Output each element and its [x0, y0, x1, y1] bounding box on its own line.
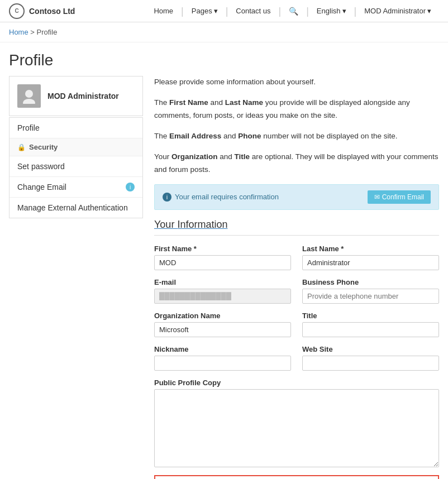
sidebar-set-password-label: Set password [17, 162, 65, 171]
sidebar-user-card: MOD Administrator [9, 76, 143, 116]
org-name-input[interactable] [154, 322, 291, 337]
nickname-website-row: Nickname Web Site [154, 345, 439, 371]
email-label: E-mail [154, 278, 291, 286]
alert-message: Your email requires confirmation [175, 193, 279, 201]
nav-user[interactable]: MOD Administrator ▾ [356, 7, 439, 15]
phone-emphasis: Phone [238, 132, 261, 140]
email-input[interactable] [154, 289, 291, 304]
last-name-emphasis: Last Name [225, 98, 263, 107]
sidebar-manage-ext-auth-label: Manage External Authentication [17, 203, 128, 212]
info-paragraph-3: The Email Address and Phone number will … [154, 130, 439, 143]
first-name-input[interactable] [154, 255, 291, 270]
sidebar-user-name: MOD Administrator [47, 92, 119, 100]
title-emphasis: Title [235, 152, 250, 161]
sidebar-item-change-email[interactable]: Change Email i [9, 177, 142, 198]
org-name-label: Organization Name [154, 312, 291, 320]
email-group: E-mail [154, 278, 291, 304]
language-chevron: ▾ [342, 7, 346, 15]
website-group: Web Site [302, 345, 439, 371]
title-input[interactable] [302, 322, 439, 337]
first-name-emphasis: First Name [169, 98, 208, 107]
sidebar-item-manage-ext-auth[interactable]: Manage External Authentication [9, 198, 142, 218]
profile-form: Your Information First Name * Last Name … [154, 219, 439, 479]
svg-point-0 [25, 90, 33, 98]
avatar-icon [17, 84, 41, 108]
preferred-language-section: Preferred Language ✕ 🔍 [154, 475, 439, 479]
change-email-info-icon: i [126, 183, 135, 191]
sidebar-security-label: Security [29, 143, 58, 151]
sidebar-menu: Profile 🔒 Security Set password Change E… [9, 117, 143, 218]
first-name-label: First Name * [154, 245, 291, 253]
title-group: Title [302, 312, 439, 337]
sidebar-item-profile[interactable]: Profile [9, 118, 142, 138]
nickname-label: Nickname [154, 345, 291, 353]
breadcrumb-home[interactable]: Home [9, 28, 28, 36]
user-chevron: ▾ [427, 7, 431, 15]
last-name-label: Last Name * [302, 245, 439, 253]
nav-contact[interactable]: Contact us [228, 7, 278, 15]
website-label: Web Site [302, 345, 439, 353]
org-emphasis: Organization [171, 152, 218, 161]
business-phone-input[interactable] [302, 289, 439, 304]
business-phone-label: Business Phone [302, 278, 439, 286]
email-confirmation-alert: i Your email requires confirmation ✉ Con… [154, 184, 439, 210]
sidebar-item-set-password[interactable]: Set password [9, 156, 142, 177]
org-name-group: Organization Name [154, 312, 291, 337]
nickname-group: Nickname [154, 345, 291, 371]
nav-pages[interactable]: Pages ▾ [184, 7, 226, 15]
page-title: Profile [0, 42, 448, 76]
nickname-input[interactable] [154, 356, 291, 371]
form-section-title-underline: Information [177, 219, 227, 230]
sidebar-change-email-label: Change Email [17, 183, 66, 191]
lock-icon: 🔒 [17, 143, 26, 151]
pages-chevron: ▾ [214, 7, 218, 15]
nav-home[interactable]: Home [146, 7, 181, 15]
svg-point-1 [23, 99, 35, 104]
first-name-group: First Name * [154, 245, 291, 270]
main-nav: Home | Pages ▾ | Contact us | 🔍 | Englis… [146, 6, 439, 16]
sidebar-profile-label: Profile [17, 123, 40, 132]
top-navigation: C Contoso Ltd Home | Pages ▾ | Contact u… [0, 0, 448, 22]
last-name-input[interactable] [302, 255, 439, 270]
confirm-email-button[interactable]: ✉ Confirm Email [368, 190, 431, 204]
search-button[interactable]: 🔍 [281, 7, 306, 16]
breadcrumb-separator: > [30, 28, 35, 36]
business-phone-group: Business Phone [302, 278, 439, 304]
email-phone-row: E-mail Business Phone [154, 278, 439, 304]
main-content: MOD Administrator Profile 🔒 Security Set… [0, 76, 448, 479]
logo-icon: C [9, 3, 25, 19]
last-name-group: Last Name * [302, 245, 439, 270]
org-title-row: Organization Name Title [154, 312, 439, 337]
title-label: Title [302, 312, 439, 320]
site-logo[interactable]: C Contoso Ltd [9, 3, 75, 19]
sidebar-section-security: 🔒 Security [9, 138, 142, 156]
alert-message-area: i Your email requires confirmation [163, 193, 279, 202]
email-emphasis: Email Address [169, 132, 221, 140]
info-paragraph-2: The First Name and Last Name you provide… [154, 97, 439, 122]
nav-language[interactable]: English ▾ [309, 7, 354, 15]
name-row: First Name * Last Name * [154, 245, 439, 270]
breadcrumb: Home > Profile [0, 22, 448, 42]
form-section-title: Your Information [154, 219, 439, 236]
right-content: Please provide some information about yo… [154, 76, 439, 479]
website-input[interactable] [302, 356, 439, 371]
public-profile-textarea[interactable] [154, 389, 439, 467]
info-paragraph-1: Please provide some information about yo… [154, 76, 439, 89]
public-profile-label: Public Profile Copy [154, 379, 439, 387]
info-paragraph-4: Your Organization and Title are optional… [154, 151, 439, 176]
site-name: Contoso Ltd [29, 7, 75, 16]
sidebar: MOD Administrator Profile 🔒 Security Set… [9, 76, 143, 479]
alert-info-icon: i [163, 193, 171, 202]
breadcrumb-current: Profile [37, 28, 58, 36]
public-profile-group: Public Profile Copy [154, 379, 439, 467]
